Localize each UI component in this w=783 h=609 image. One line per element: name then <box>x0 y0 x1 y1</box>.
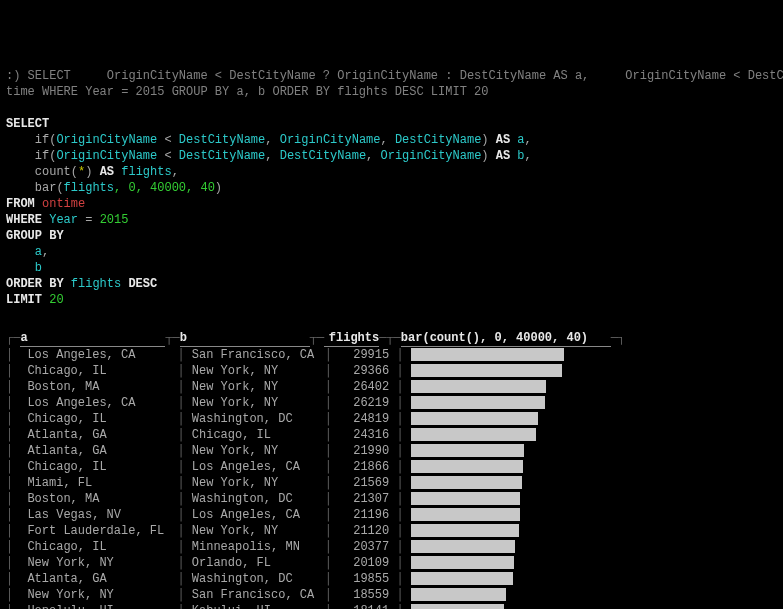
cell-flights: 21120 <box>339 523 389 539</box>
col-header-b: b <box>180 330 310 347</box>
cell-flights: 21196 <box>339 507 389 523</box>
cell-b: Los Angeles, CA <box>192 507 325 523</box>
cell-a: Honolulu, HI <box>20 603 177 609</box>
bar-icon <box>411 476 522 489</box>
table-row: │ New York, NY│ San Francisco, CA│ 18559… <box>6 587 777 603</box>
table-row: │ Boston, MA│ New York, NY│ 26402 │ <box>6 379 777 395</box>
cell-flights: 21569 <box>339 475 389 491</box>
bar-icon <box>411 572 513 585</box>
cell-a: Atlanta, GA <box>20 571 177 587</box>
expr-if1: if(OriginCityName < DestCityName, Origin… <box>6 133 532 147</box>
cell-b: Los Angeles, CA <box>192 459 325 475</box>
limit-clause: LIMIT 20 <box>6 293 64 307</box>
table-row: │ Atlanta, GA│ Washington, DC│ 19855 │ <box>6 571 777 587</box>
table-row: │ Las Vegas, NV│ Los Angeles, CA│ 21196 … <box>6 507 777 523</box>
cell-flights: 18559 <box>339 587 389 603</box>
cell-b: New York, NY <box>192 475 325 491</box>
cell-b: New York, NY <box>192 523 325 539</box>
cell-b: Washington, DC <box>192 491 325 507</box>
bar-icon <box>411 364 562 377</box>
cell-a: Las Vegas, NV <box>20 507 177 523</box>
group-a: a, <box>6 245 49 259</box>
cell-a: Chicago, IL <box>20 363 177 379</box>
bar-icon <box>411 508 520 521</box>
bar-icon <box>411 604 504 609</box>
table-row: │ Chicago, IL│ Washington, DC│ 24819 │ <box>6 411 777 427</box>
cell-b: Chicago, IL <box>192 427 325 443</box>
cell-a: Miami, FL <box>20 475 177 491</box>
table-row: │ Miami, FL│ New York, NY│ 21569 │ <box>6 475 777 491</box>
table-row: │ Chicago, IL│ New York, NY│ 29366 │ <box>6 363 777 379</box>
bar-icon <box>411 460 523 473</box>
expr-bar: bar(flights, 0, 40000, 40) <box>6 181 222 195</box>
cell-flights: 29366 <box>339 363 389 379</box>
cell-flights: 21990 <box>339 443 389 459</box>
cell-a: New York, NY <box>20 587 177 603</box>
cell-a: Fort Lauderdale, FL <box>20 523 177 539</box>
expr-count: count(*) AS flights, <box>6 165 179 179</box>
group-b: b <box>6 261 42 275</box>
cell-flights: 29915 <box>339 347 389 363</box>
cell-flights: 20377 <box>339 539 389 555</box>
cell-b: New York, NY <box>192 395 325 411</box>
terminal[interactable]: :) SELECT OriginCityName < DestCityName … <box>6 68 777 609</box>
cell-b: Washington, DC <box>192 571 325 587</box>
expr-if2: if(OriginCityName < DestCityName, DestCi… <box>6 149 532 163</box>
table-row: │ Chicago, IL│ Minneapolis, MN│ 20377 │ <box>6 539 777 555</box>
cell-b: San Francisco, CA <box>192 347 325 363</box>
col-header-bar: bar(count(), 0, 40000, 40) <box>401 330 611 347</box>
where-clause: WHERE Year = 2015 <box>6 213 128 227</box>
bar-icon <box>411 412 538 425</box>
cell-flights: 19855 <box>339 571 389 587</box>
cell-a: Boston, MA <box>20 379 177 395</box>
cell-a: Chicago, IL <box>20 411 177 427</box>
kw-select: SELECT <box>6 117 49 131</box>
cell-a: Los Angeles, CA <box>20 395 177 411</box>
cell-a: Chicago, IL <box>20 539 177 555</box>
cell-a: Atlanta, GA <box>20 443 177 459</box>
cell-flights: 24819 <box>339 411 389 427</box>
cell-flights: 20109 <box>339 555 389 571</box>
table-row: │ Boston, MA│ Washington, DC│ 21307 │ <box>6 491 777 507</box>
cell-b: Orlando, FL <box>192 555 325 571</box>
col-header-a: a <box>20 330 165 347</box>
table-row: │ Honolulu, HI│ Kahului, HI│ 18141 │ <box>6 603 777 609</box>
table-row: │ Los Angeles, CA│ San Francisco, CA│ 29… <box>6 347 777 363</box>
cell-b: New York, NY <box>192 443 325 459</box>
cell-a: New York, NY <box>20 555 177 571</box>
cell-a: Chicago, IL <box>20 459 177 475</box>
cell-b: New York, NY <box>192 363 325 379</box>
bar-icon <box>411 428 536 441</box>
cell-flights: 26402 <box>339 379 389 395</box>
cell-flights: 26219 <box>339 395 389 411</box>
echo-line-1: :) SELECT OriginCityName < DestCityName … <box>6 69 783 83</box>
cell-flights: 18141 <box>339 603 389 609</box>
table-row: │ Atlanta, GA│ Chicago, IL│ 24316 │ <box>6 427 777 443</box>
cell-flights: 21307 <box>339 491 389 507</box>
cell-b: Washington, DC <box>192 411 325 427</box>
kw-groupby: GROUP BY <box>6 229 64 243</box>
bar-icon <box>411 492 520 505</box>
cell-flights: 24316 <box>339 427 389 443</box>
bar-icon <box>411 588 506 601</box>
table-row: │ Chicago, IL│ Los Angeles, CA│ 21866 │ <box>6 459 777 475</box>
col-header-flights: flights <box>324 330 379 347</box>
table-row: │ New York, NY│ Orlando, FL│ 20109 │ <box>6 555 777 571</box>
bar-icon <box>411 540 515 553</box>
table-row: │ Atlanta, GA│ New York, NY│ 21990 │ <box>6 443 777 459</box>
bar-icon <box>411 348 564 361</box>
cell-b: Kahului, HI <box>192 603 325 609</box>
bar-icon <box>411 444 524 457</box>
cell-b: Minneapolis, MN <box>192 539 325 555</box>
orderby-clause: ORDER BY flights DESC <box>6 277 157 291</box>
cell-a: Boston, MA <box>20 491 177 507</box>
cell-b: New York, NY <box>192 379 325 395</box>
cell-a: Los Angeles, CA <box>20 347 177 363</box>
cell-flights: 21866 <box>339 459 389 475</box>
bar-icon <box>411 396 545 409</box>
bar-icon <box>411 380 546 393</box>
bar-icon <box>411 524 519 537</box>
table-row: │ Fort Lauderdale, FL│ New York, NY│ 211… <box>6 523 777 539</box>
cell-b: San Francisco, CA <box>192 587 325 603</box>
result-table: ┌─a┬─b┬─flights─┬─bar(count(), 0, 40000,… <box>6 330 777 609</box>
